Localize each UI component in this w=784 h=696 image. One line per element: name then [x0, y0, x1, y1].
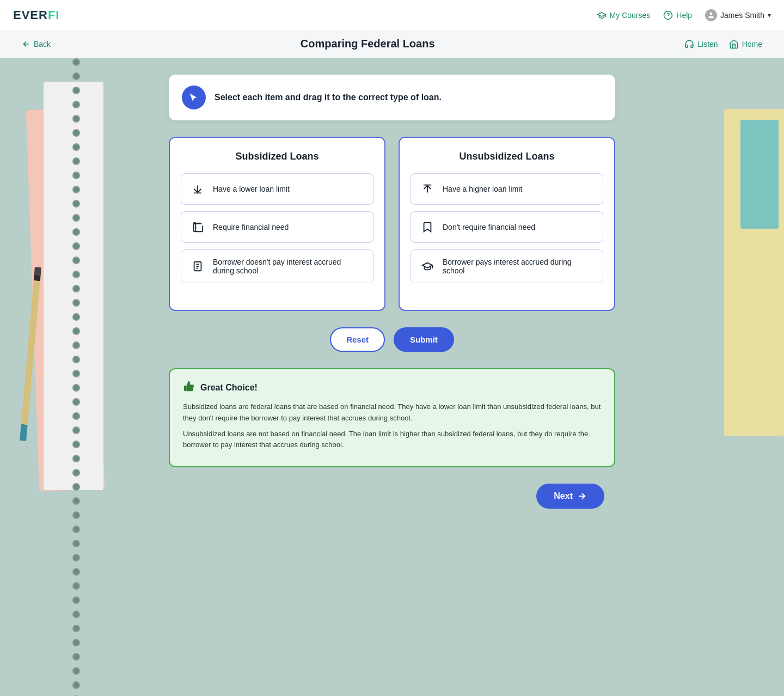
pays-interest-icon [420, 259, 435, 274]
reset-button[interactable]: Reset [330, 327, 385, 352]
success-paragraph-2: Unsubsidized loans are not based on fina… [183, 429, 601, 451]
item-label: Don't require financial need [443, 223, 535, 231]
thumbsup-icon [183, 380, 195, 392]
item-label: Have a lower loan limit [213, 185, 290, 193]
help-label: Help [676, 11, 692, 20]
back-button[interactable]: Back [22, 40, 51, 48]
sub-nav-actions: Listen Home [684, 39, 762, 49]
download-icon [192, 183, 204, 195]
list-item[interactable]: Borrower doesn't pay interest accrued du… [181, 249, 373, 283]
lower-limit-icon [190, 181, 205, 197]
action-buttons: Reset Submit [169, 327, 615, 352]
my-courses-link[interactable]: My Courses [597, 10, 651, 20]
drag-icon-container [182, 86, 206, 109]
success-title: Great Choice! [200, 383, 258, 393]
sub-nav: Back Comparing Federal Loans Listen Home [0, 30, 784, 58]
user-menu[interactable]: James Smith ▾ [705, 9, 771, 21]
help-link[interactable]: Help [663, 10, 692, 20]
list-item[interactable]: Have a lower loan limit [181, 173, 373, 205]
next-label: Next [554, 491, 573, 501]
next-row: Next [169, 484, 615, 509]
chevron-down-icon: ▾ [768, 11, 771, 19]
listen-button[interactable]: Listen [684, 39, 718, 49]
unsubsidized-items: Have a higher loan limit Don't require f… [411, 173, 603, 283]
item-label: Require financial need [213, 223, 289, 231]
courses-icon [597, 10, 607, 20]
user-avatar [705, 9, 717, 21]
home-icon [729, 39, 739, 49]
bookmark-icon [421, 221, 433, 233]
main-content: Select each item and drag it to the corr… [158, 58, 626, 525]
user-icon [707, 11, 715, 19]
nav-right: My Courses Help James Smith ▾ [597, 9, 771, 21]
svg-rect-1 [194, 192, 202, 193]
instruction-box: Select each item and drag it to the corr… [169, 75, 615, 120]
success-box: Great Choice! Subsidized loans are feder… [169, 368, 615, 467]
list-item[interactable]: Require financial need [181, 211, 373, 243]
loan-columns: Subsidized Loans Have a lower loan limit [169, 137, 615, 311]
submit-button[interactable]: Submit [394, 327, 454, 352]
home-label: Home [742, 40, 762, 48]
higher-limit-icon [420, 181, 435, 197]
my-courses-label: My Courses [610, 11, 651, 20]
no-interest-icon [190, 259, 205, 274]
svg-rect-6 [424, 185, 432, 186]
top-nav: EVERFI My Courses Help James Smith ▾ [0, 0, 784, 30]
help-icon [663, 10, 673, 20]
back-label: Back [34, 40, 51, 48]
subsidized-items: Have a lower loan limit Require financia… [181, 173, 373, 283]
instruction-text: Select each item and drag it to the corr… [215, 93, 442, 102]
graduation-icon [421, 260, 433, 272]
list-item[interactable]: Borrower pays interest accrued during sc… [411, 249, 603, 283]
home-button[interactable]: Home [729, 39, 762, 49]
financial-need-icon [190, 219, 205, 235]
upload-icon [421, 183, 433, 195]
headphones-icon [684, 39, 694, 49]
next-button[interactable]: Next [536, 484, 604, 509]
item-label: Borrower doesn't pay interest accrued du… [213, 258, 364, 275]
page-title: Comparing Federal Loans [301, 38, 435, 50]
item-label: Have a higher loan limit [443, 185, 522, 193]
list-item[interactable]: Have a higher loan limit [411, 173, 603, 205]
subsidized-title: Subsidized Loans [181, 151, 373, 162]
list-item[interactable]: Don't require financial need [411, 211, 603, 243]
item-label: Borrower pays interest accrued during sc… [443, 258, 594, 275]
success-header: Great Choice! [183, 380, 601, 395]
cursor-icon [188, 91, 200, 103]
thumbs-up-icon [183, 380, 195, 395]
user-name: James Smith [720, 11, 764, 20]
no-financial-need-icon [420, 219, 435, 235]
listen-label: Listen [697, 40, 718, 48]
success-paragraph-1: Subsidized loans are federal loans that … [183, 401, 601, 424]
document-icon [192, 260, 204, 272]
subsidized-column: Subsidized Loans Have a lower loan limit [169, 137, 385, 311]
logo: EVERFI [13, 8, 59, 22]
unsubsidized-title: Unsubsidized Loans [411, 151, 603, 162]
back-arrow-icon [22, 40, 30, 48]
books-icon [192, 221, 204, 233]
arrow-right-icon [577, 491, 587, 501]
unsubsidized-column: Unsubsidized Loans Have a higher loan li… [399, 137, 615, 311]
